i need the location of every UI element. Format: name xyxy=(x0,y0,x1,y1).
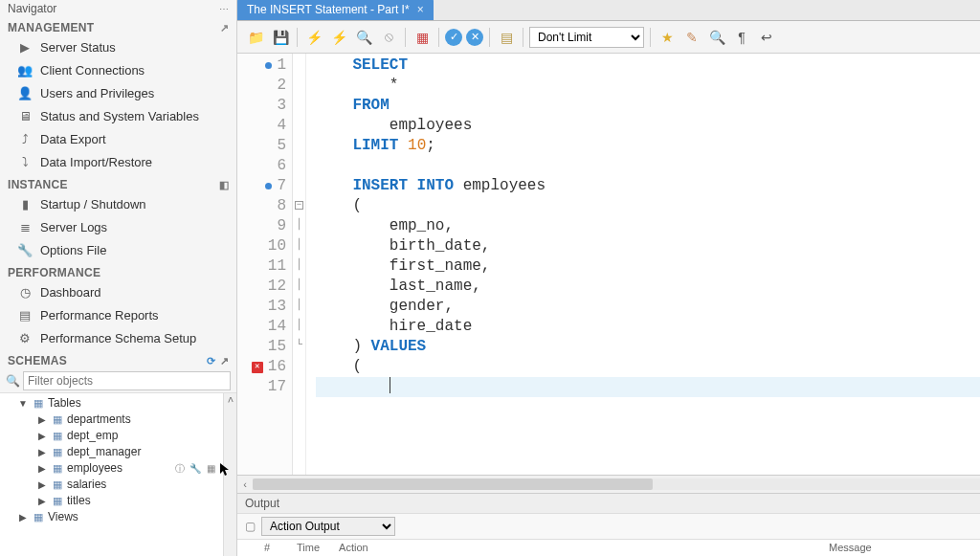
management-item-5[interactable]: ⤵Data Import/Restore xyxy=(0,151,236,174)
code-line[interactable]: FROM xyxy=(316,96,980,116)
table-node-dept_manager[interactable]: ▶▦dept_manager xyxy=(0,444,236,460)
scrollbar-thumb[interactable] xyxy=(253,478,653,490)
table-node-dept_emp[interactable]: ▶▦dept_emp xyxy=(0,428,236,444)
table-node-titles[interactable]: ▶▦titles xyxy=(0,493,236,509)
code-content[interactable]: SELECT * FROM employees LIMIT 10; INSERT… xyxy=(306,54,980,475)
code-line[interactable]: gender, xyxy=(316,297,980,317)
output-toolbar: ▢ Action Output xyxy=(237,514,980,540)
code-editor[interactable]: 123456789101112131415✕1617 −││││││└ SELE… xyxy=(237,54,980,476)
grid-icon[interactable]: ▦ xyxy=(204,462,217,476)
table-node-employees[interactable]: ▶▦employeesⓘ🔧▦ xyxy=(0,460,236,477)
toggle-autocommit-button[interactable]: ▦ xyxy=(412,27,433,48)
editor-tab[interactable]: The INSERT Statement - Part I* × xyxy=(237,0,434,20)
code-line[interactable]: last_name, xyxy=(316,277,980,297)
expand-icon[interactable]: ▶ xyxy=(36,460,48,477)
line-number: 12 xyxy=(268,277,286,297)
execute-button[interactable]: ⚡ xyxy=(303,27,324,48)
search-button[interactable]: 🔍 xyxy=(706,27,727,48)
output-type-select[interactable]: Action Output xyxy=(261,517,395,536)
code-line[interactable] xyxy=(316,377,980,397)
code-line[interactable]: emp_no, xyxy=(316,216,980,236)
code-line[interactable]: ( xyxy=(316,357,980,377)
refresh-icon[interactable]: ⟳ xyxy=(207,355,215,367)
code-line[interactable]: first_name, xyxy=(316,256,980,277)
code-line[interactable]: LIMIT 10; xyxy=(316,136,980,156)
tree-node-tables[interactable]: ▼ ▦ Tables xyxy=(0,395,236,411)
wrap-button[interactable]: ↩ xyxy=(756,27,777,48)
fold-column[interactable]: −││││││└ xyxy=(293,54,306,475)
expand-icon[interactable]: ▶ xyxy=(36,493,48,509)
expand-icon[interactable]: ▶ xyxy=(36,477,48,493)
explain-button[interactable]: 🔍 xyxy=(353,27,374,48)
management-item-2[interactable]: 👤Users and Privileges xyxy=(0,82,236,105)
limit-select[interactable]: Don't Limit xyxy=(529,27,644,48)
beautify-button[interactable]: ✎ xyxy=(681,27,702,48)
toggle-limit-button[interactable]: ▤ xyxy=(496,27,517,48)
nav-item-label: Startup / Shutdown xyxy=(40,195,146,214)
code-line[interactable] xyxy=(316,156,980,176)
tab-close-icon[interactable]: × xyxy=(417,3,424,16)
info-icon[interactable]: ⓘ xyxy=(173,462,187,476)
line-number: 16 xyxy=(268,357,286,377)
code-line[interactable]: SELECT xyxy=(316,56,980,76)
expand-icon[interactable]: ▶ xyxy=(17,509,29,525)
favorite-button[interactable]: ★ xyxy=(657,27,678,48)
instance-item-2[interactable]: 🔧Options File xyxy=(0,239,236,262)
navigator-dropdown-icon[interactable]: ⋯ xyxy=(219,4,229,14)
code-line[interactable]: ) VALUES xyxy=(316,337,980,357)
collapse-icon[interactable]: ▼ xyxy=(17,395,29,411)
line-number: 13 xyxy=(268,297,286,317)
tree-node-views[interactable]: ▶ ▦ Views xyxy=(0,509,236,525)
performance-item-0[interactable]: ◷Dashboard xyxy=(0,281,236,304)
fold-toggle-icon[interactable]: − xyxy=(295,201,303,210)
management-item-4[interactable]: ⤴Data Export xyxy=(0,128,236,151)
rollback-button[interactable]: ✕ xyxy=(466,29,483,46)
line-number: 4 xyxy=(277,116,286,136)
stop-button[interactable]: ⦸ xyxy=(378,27,399,48)
log-icon: ≣ xyxy=(17,220,33,235)
expand-icon[interactable]: ▶ xyxy=(36,411,48,428)
scroll-left-icon[interactable]: ‹ xyxy=(237,478,253,490)
col-message: Message xyxy=(829,542,972,553)
performance-item-2[interactable]: ⚙Performance Schema Setup xyxy=(0,327,236,350)
editor-area: The INSERT Statement - Part I* × 📁 💾 ⚡ ⚡… xyxy=(237,0,980,556)
management-item-1[interactable]: 👥Client Connections xyxy=(0,59,236,82)
filter-objects-input[interactable] xyxy=(23,371,231,390)
instance-item-1[interactable]: ≣Server Logs xyxy=(0,216,236,239)
instance-item-0[interactable]: ▮Startup / Shutdown xyxy=(0,193,236,216)
error-marker-icon[interactable]: ✕ xyxy=(252,362,263,373)
statement-marker-icon xyxy=(265,62,272,69)
line-number: 5 xyxy=(277,136,286,156)
nav-item-label: Data Export xyxy=(40,130,106,149)
table-icon: ▦ xyxy=(51,495,64,508)
code-line[interactable]: hire_date xyxy=(316,317,980,337)
toggle-invisible-button[interactable]: ¶ xyxy=(731,27,752,48)
code-line[interactable]: * xyxy=(316,76,980,96)
wrench-icon[interactable]: 🔧 xyxy=(189,462,202,476)
performance-item-1[interactable]: ▤Performance Reports xyxy=(0,304,236,327)
code-line[interactable]: ( xyxy=(316,196,980,216)
expand-icon[interactable]: ↗ xyxy=(220,355,229,367)
toolbar-separator xyxy=(438,28,439,47)
code-line[interactable]: employees xyxy=(316,116,980,136)
code-line[interactable]: birth_date, xyxy=(316,236,980,256)
save-button[interactable]: 💾 xyxy=(270,27,291,48)
panel-expand-icon[interactable]: ↗ xyxy=(220,22,229,34)
statement-marker-icon xyxy=(265,183,272,189)
table-node-salaries[interactable]: ▶▦salaries xyxy=(0,477,236,493)
commit-button[interactable]: ✓ xyxy=(445,29,462,46)
code-line[interactable]: INSERT INTO employees xyxy=(316,176,980,196)
expand-icon[interactable]: ▶ xyxy=(36,428,48,444)
open-file-button[interactable]: 📁 xyxy=(245,27,266,48)
scrollbar-track[interactable] xyxy=(253,478,980,490)
management-item-0[interactable]: ▶Server Status xyxy=(0,36,236,59)
output-view-icon[interactable]: ▢ xyxy=(245,520,256,533)
horizontal-scrollbar[interactable]: ‹ xyxy=(237,476,980,493)
execute-current-button[interactable]: ⚡ xyxy=(328,27,349,48)
folder-icon: ▦ xyxy=(32,511,45,524)
scroll-up-icon[interactable]: ʌ xyxy=(224,393,236,404)
line-number: 3 xyxy=(277,96,286,116)
expand-icon[interactable]: ▶ xyxy=(36,444,48,460)
table-node-departments[interactable]: ▶▦departments xyxy=(0,411,236,428)
management-item-3[interactable]: 🖥Status and System Variables xyxy=(0,105,236,128)
